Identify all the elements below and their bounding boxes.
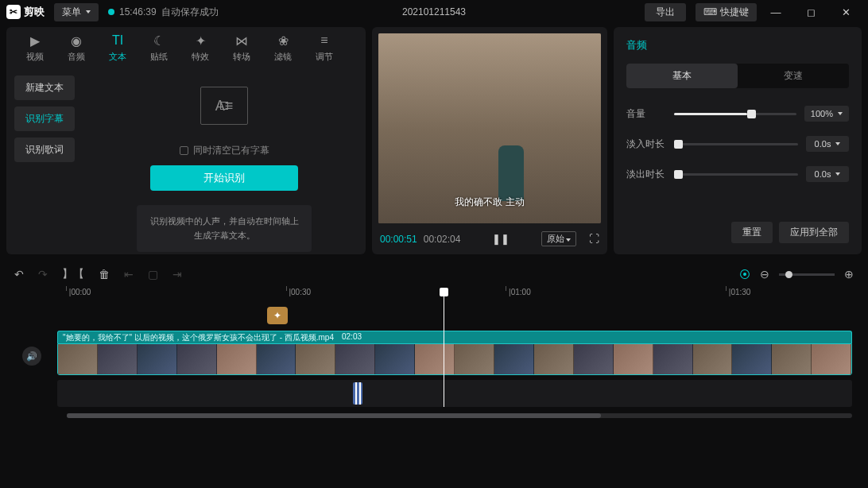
undo-button[interactable]: ↶: [14, 268, 24, 281]
audio-track-bg[interactable]: [57, 380, 852, 407]
tab-文本[interactable]: TI文本: [97, 33, 138, 63]
side-button-0[interactable]: 新建文本: [14, 76, 75, 100]
maximize-button[interactable]: ◻: [795, 1, 827, 23]
track-mute-button[interactable]: 🔊: [22, 347, 41, 366]
save-time: 15:46:39: [119, 6, 157, 17]
start-recognition-button[interactable]: 开始识别: [150, 165, 298, 191]
fullscreen-button[interactable]: ⛶: [589, 233, 599, 245]
playhead[interactable]: [444, 289, 444, 407]
clear-existing-checkbox[interactable]: 同时清空已有字幕: [180, 144, 269, 157]
audio-tab-基本[interactable]: 基本: [626, 64, 738, 88]
slider-thumb[interactable]: [747, 110, 756, 118]
media-panel: ▶视频◉音频TI文本☾贴纸✦特效⋈转场❀滤镜≡调节 新建文本识别字幕识别歌词 A…: [6, 27, 366, 254]
aspect-ratio-button[interactable]: 原始: [541, 231, 576, 246]
pause-button[interactable]: ❚❚: [492, 233, 510, 245]
preview-video[interactable]: 我的确不敢 主动: [378, 33, 601, 223]
volume-value[interactable]: 100%: [804, 106, 849, 122]
tab-icon: ✦: [196, 33, 206, 48]
audio-tab-变速[interactable]: 变速: [738, 64, 849, 88]
tab-icon: ☾: [153, 33, 165, 48]
zoom-out-button[interactable]: ⊖: [760, 268, 769, 281]
zoom-slider[interactable]: [779, 273, 835, 276]
fade-in-row: 淡入时长 0.0s: [626, 136, 849, 152]
volume-label: 音量: [626, 107, 666, 121]
reset-button[interactable]: 重置: [731, 222, 773, 243]
apply-all-button[interactable]: 应用到全部: [779, 222, 849, 243]
tracks-area: ✦ 🔊 "她要的，我给不了" 以后的视频，这个俄罗斯女孩不会出现了 - 西瓜视频…: [6, 307, 862, 407]
tab-贴纸[interactable]: ☾贴纸: [138, 33, 180, 63]
effect-track: ✦: [6, 307, 862, 327]
ruler-tick: |01:00: [506, 288, 530, 296]
clip-thumbnail: [138, 344, 177, 374]
clip-thumbnail: [772, 344, 812, 374]
tab-icon: ❀: [278, 33, 289, 48]
status-dot-icon: [108, 9, 114, 15]
subtitle-overlay: 我的确不敢 主动: [455, 196, 524, 209]
delete-button[interactable]: 🗑: [99, 268, 110, 281]
zoom-in-button[interactable]: ⊕: [844, 268, 854, 281]
recognition-description: 识别视频中的人声，并自动在时间轴上生成字幕文本。: [137, 205, 312, 252]
tab-icon: ▶: [30, 33, 40, 48]
tab-音频[interactable]: ◉音频: [56, 33, 97, 63]
tab-转场[interactable]: ⋈转场: [221, 33, 262, 63]
fade-out-value[interactable]: 0.0s: [806, 166, 849, 182]
clip-thumbnail: [217, 344, 257, 374]
video-track: 🔊 "她要的，我给不了" 以后的视频，这个俄罗斯女孩不会出现了 - 西瓜视频.m…: [6, 331, 862, 375]
clip-thumbnail: [335, 344, 375, 374]
subtitle-recognition-area: A≡ 同时清空已有字幕 开始识别 识别视频中的人声，并自动在时间轴上生成字幕文本…: [83, 68, 366, 254]
fade-out-slider[interactable]: [674, 173, 798, 176]
side-button-1[interactable]: 识别字幕: [14, 107, 75, 131]
mark-in-button[interactable]: ⇤: [124, 268, 134, 281]
scrollbar-thumb[interactable]: [67, 413, 601, 418]
export-button[interactable]: 导出: [645, 3, 686, 21]
fade-in-value[interactable]: 0.0s: [806, 136, 849, 152]
tab-调节[interactable]: ≡调节: [304, 33, 345, 63]
time-ruler[interactable]: |00:00 |00:30 |01:00 |01:30: [67, 288, 852, 302]
properties-panel: 音频 基本变速 音量 100% 淡入时长 0.0s 淡出时长 0.0s 重: [614, 27, 862, 254]
tab-icon: TI: [112, 33, 123, 48]
volume-slider[interactable]: [674, 113, 796, 115]
tab-视频[interactable]: ▶视频: [14, 33, 56, 63]
timeline-toolbar: ↶ ↷ 】【 🗑 ⇤ ▢ ⇥ ⦿ ⊖ ⊕: [6, 261, 862, 288]
video-clip[interactable]: [57, 343, 852, 375]
redo-button[interactable]: ↷: [38, 268, 48, 281]
close-button[interactable]: ✕: [830, 1, 862, 23]
ruler-tick: |00:30: [287, 288, 311, 296]
side-button-2[interactable]: 识别歌词: [14, 137, 75, 162]
tab-icon: ◉: [71, 33, 82, 48]
fade-in-label: 淡入时长: [626, 137, 666, 151]
preview-controls: 00:00:51 00:02:04 ❚❚ 原始 ⛶: [378, 223, 601, 248]
mark-out-button[interactable]: ⇥: [172, 268, 182, 281]
horizontal-scrollbar[interactable]: [67, 413, 852, 418]
video-subject: [498, 145, 524, 201]
keyboard-icon: ⌨: [703, 6, 717, 17]
clip-thumbnail: [574, 344, 614, 374]
audio-tabs: 基本变速: [626, 64, 849, 88]
app-name: 剪映: [24, 5, 45, 19]
minimize-button[interactable]: —: [760, 1, 792, 23]
clip-thumbnail: [375, 344, 415, 374]
mark-button[interactable]: ▢: [148, 268, 158, 281]
tab-滤镜[interactable]: ❀滤镜: [262, 33, 304, 63]
slider-thumb[interactable]: [674, 170, 683, 179]
clip-thumbnail: [812, 344, 851, 374]
clip-thumbnail: [494, 344, 534, 374]
timeline: ↶ ↷ 】【 🗑 ⇤ ▢ ⇥ ⦿ ⊖ ⊕ |00:00 |00:30 |01:0…: [0, 258, 868, 421]
app-logo: ✂ 剪映: [6, 5, 45, 19]
tab-特效[interactable]: ✦特效: [180, 33, 221, 63]
tab-icon: ⋈: [235, 33, 248, 48]
slider-thumb[interactable]: [785, 271, 792, 278]
snap-toggle[interactable]: ⦿: [739, 268, 750, 281]
panel-title: 音频: [626, 38, 849, 52]
fade-in-slider[interactable]: [674, 143, 798, 145]
shortcuts-button[interactable]: ⌨ 快捷键: [696, 3, 757, 21]
audio-clip[interactable]: [353, 382, 362, 405]
ruler-tick: |00:00: [67, 288, 91, 296]
split-button[interactable]: 】【: [62, 267, 84, 281]
clip-thumbnail: [653, 344, 693, 374]
fade-out-label: 淡出时长: [626, 168, 666, 181]
clip-thumbnail: [693, 344, 733, 374]
slider-thumb[interactable]: [674, 140, 683, 149]
effect-clip[interactable]: ✦: [267, 307, 288, 324]
menu-button[interactable]: 菜单: [54, 3, 99, 21]
